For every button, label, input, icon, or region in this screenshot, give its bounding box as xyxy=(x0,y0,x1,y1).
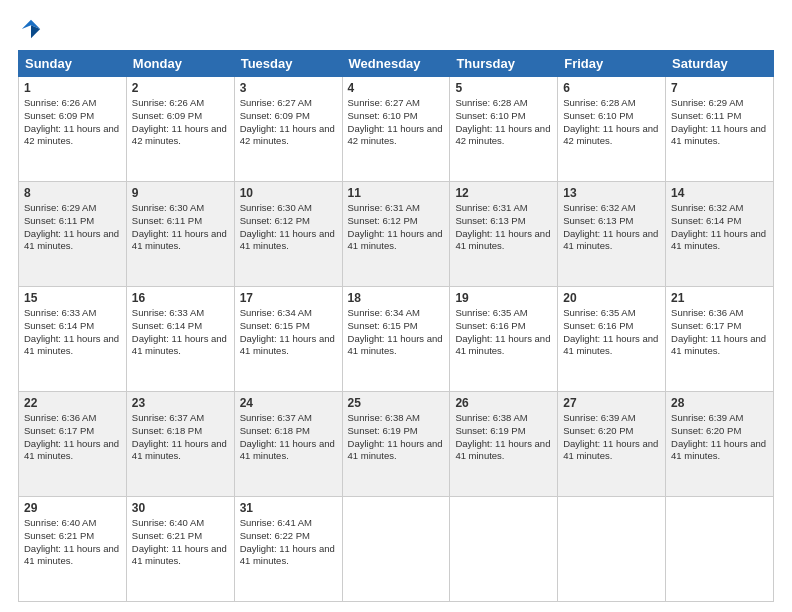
daylight-label: Daylight: 11 hours and 42 minutes. xyxy=(563,123,658,147)
calendar-header-sunday: Sunday xyxy=(19,51,127,77)
sunrise-label: Sunrise: 6:41 AM xyxy=(240,517,312,528)
day-number: 2 xyxy=(132,81,229,95)
daylight-label: Daylight: 11 hours and 41 minutes. xyxy=(671,438,766,462)
cell-content: Sunrise: 6:39 AMSunset: 6:20 PMDaylight:… xyxy=(671,412,768,463)
day-number: 3 xyxy=(240,81,337,95)
sunset-label: Sunset: 6:10 PM xyxy=(455,110,525,121)
day-number: 31 xyxy=(240,501,337,515)
cell-content: Sunrise: 6:37 AMSunset: 6:18 PMDaylight:… xyxy=(132,412,229,463)
daylight-label: Daylight: 11 hours and 42 minutes. xyxy=(348,123,443,147)
cell-content: Sunrise: 6:39 AMSunset: 6:20 PMDaylight:… xyxy=(563,412,660,463)
daylight-label: Daylight: 11 hours and 41 minutes. xyxy=(348,333,443,357)
daylight-label: Daylight: 11 hours and 42 minutes. xyxy=(132,123,227,147)
sunset-label: Sunset: 6:14 PM xyxy=(671,215,741,226)
sunrise-label: Sunrise: 6:37 AM xyxy=(132,412,204,423)
daylight-label: Daylight: 11 hours and 41 minutes. xyxy=(348,438,443,462)
cell-content: Sunrise: 6:27 AMSunset: 6:09 PMDaylight:… xyxy=(240,97,337,148)
daylight-label: Daylight: 11 hours and 41 minutes. xyxy=(24,333,119,357)
sunset-label: Sunset: 6:09 PM xyxy=(24,110,94,121)
sunset-label: Sunset: 6:09 PM xyxy=(132,110,202,121)
sunrise-label: Sunrise: 6:28 AM xyxy=(563,97,635,108)
calendar-cell: 7Sunrise: 6:29 AMSunset: 6:11 PMDaylight… xyxy=(666,77,774,182)
daylight-label: Daylight: 11 hours and 42 minutes. xyxy=(24,123,119,147)
day-number: 23 xyxy=(132,396,229,410)
daylight-label: Daylight: 11 hours and 41 minutes. xyxy=(132,333,227,357)
calendar-cell: 15Sunrise: 6:33 AMSunset: 6:14 PMDayligh… xyxy=(19,287,127,392)
sunrise-label: Sunrise: 6:33 AM xyxy=(132,307,204,318)
day-number: 13 xyxy=(563,186,660,200)
calendar-cell: 4Sunrise: 6:27 AMSunset: 6:10 PMDaylight… xyxy=(342,77,450,182)
cell-content: Sunrise: 6:29 AMSunset: 6:11 PMDaylight:… xyxy=(671,97,768,148)
sunset-label: Sunset: 6:15 PM xyxy=(348,320,418,331)
sunset-label: Sunset: 6:14 PM xyxy=(132,320,202,331)
cell-content: Sunrise: 6:34 AMSunset: 6:15 PMDaylight:… xyxy=(240,307,337,358)
cell-content: Sunrise: 6:37 AMSunset: 6:18 PMDaylight:… xyxy=(240,412,337,463)
sunrise-label: Sunrise: 6:27 AM xyxy=(348,97,420,108)
sunrise-label: Sunrise: 6:40 AM xyxy=(132,517,204,528)
calendar-week-row: 29Sunrise: 6:40 AMSunset: 6:21 PMDayligh… xyxy=(19,497,774,602)
sunset-label: Sunset: 6:15 PM xyxy=(240,320,310,331)
sunrise-label: Sunrise: 6:31 AM xyxy=(455,202,527,213)
day-number: 11 xyxy=(348,186,445,200)
daylight-label: Daylight: 11 hours and 41 minutes. xyxy=(240,438,335,462)
daylight-label: Daylight: 11 hours and 41 minutes. xyxy=(563,228,658,252)
calendar-cell: 18Sunrise: 6:34 AMSunset: 6:15 PMDayligh… xyxy=(342,287,450,392)
calendar-cell: 2Sunrise: 6:26 AMSunset: 6:09 PMDaylight… xyxy=(126,77,234,182)
daylight-label: Daylight: 11 hours and 41 minutes. xyxy=(563,333,658,357)
cell-content: Sunrise: 6:30 AMSunset: 6:11 PMDaylight:… xyxy=(132,202,229,253)
sunset-label: Sunset: 6:18 PM xyxy=(132,425,202,436)
calendar-cell: 16Sunrise: 6:33 AMSunset: 6:14 PMDayligh… xyxy=(126,287,234,392)
daylight-label: Daylight: 11 hours and 41 minutes. xyxy=(24,543,119,567)
cell-content: Sunrise: 6:26 AMSunset: 6:09 PMDaylight:… xyxy=(24,97,121,148)
day-number: 29 xyxy=(24,501,121,515)
day-number: 28 xyxy=(671,396,768,410)
sunset-label: Sunset: 6:13 PM xyxy=(563,215,633,226)
day-number: 26 xyxy=(455,396,552,410)
calendar-header-friday: Friday xyxy=(558,51,666,77)
calendar-header-saturday: Saturday xyxy=(666,51,774,77)
sunrise-label: Sunrise: 6:26 AM xyxy=(132,97,204,108)
cell-content: Sunrise: 6:40 AMSunset: 6:21 PMDaylight:… xyxy=(132,517,229,568)
sunrise-label: Sunrise: 6:32 AM xyxy=(671,202,743,213)
calendar-week-row: 22Sunrise: 6:36 AMSunset: 6:17 PMDayligh… xyxy=(19,392,774,497)
cell-content: Sunrise: 6:38 AMSunset: 6:19 PMDaylight:… xyxy=(455,412,552,463)
day-number: 12 xyxy=(455,186,552,200)
calendar-week-row: 15Sunrise: 6:33 AMSunset: 6:14 PMDayligh… xyxy=(19,287,774,392)
day-number: 17 xyxy=(240,291,337,305)
day-number: 16 xyxy=(132,291,229,305)
day-number: 21 xyxy=(671,291,768,305)
calendar-cell xyxy=(450,497,558,602)
daylight-label: Daylight: 11 hours and 41 minutes. xyxy=(671,228,766,252)
daylight-label: Daylight: 11 hours and 41 minutes. xyxy=(240,543,335,567)
sunset-label: Sunset: 6:11 PM xyxy=(24,215,94,226)
header xyxy=(18,18,774,40)
calendar-header-row: SundayMondayTuesdayWednesdayThursdayFrid… xyxy=(19,51,774,77)
sunrise-label: Sunrise: 6:34 AM xyxy=(348,307,420,318)
cell-content: Sunrise: 6:41 AMSunset: 6:22 PMDaylight:… xyxy=(240,517,337,568)
cell-content: Sunrise: 6:32 AMSunset: 6:14 PMDaylight:… xyxy=(671,202,768,253)
sunset-label: Sunset: 6:21 PM xyxy=(24,530,94,541)
cell-content: Sunrise: 6:35 AMSunset: 6:16 PMDaylight:… xyxy=(455,307,552,358)
calendar-header-wednesday: Wednesday xyxy=(342,51,450,77)
day-number: 14 xyxy=(671,186,768,200)
calendar-cell: 29Sunrise: 6:40 AMSunset: 6:21 PMDayligh… xyxy=(19,497,127,602)
calendar-body: 1Sunrise: 6:26 AMSunset: 6:09 PMDaylight… xyxy=(19,77,774,602)
day-number: 27 xyxy=(563,396,660,410)
cell-content: Sunrise: 6:30 AMSunset: 6:12 PMDaylight:… xyxy=(240,202,337,253)
calendar-cell: 13Sunrise: 6:32 AMSunset: 6:13 PMDayligh… xyxy=(558,182,666,287)
sunset-label: Sunset: 6:19 PM xyxy=(455,425,525,436)
calendar-cell: 27Sunrise: 6:39 AMSunset: 6:20 PMDayligh… xyxy=(558,392,666,497)
cell-content: Sunrise: 6:31 AMSunset: 6:13 PMDaylight:… xyxy=(455,202,552,253)
daylight-label: Daylight: 11 hours and 41 minutes. xyxy=(348,228,443,252)
calendar-cell: 25Sunrise: 6:38 AMSunset: 6:19 PMDayligh… xyxy=(342,392,450,497)
calendar-header-thursday: Thursday xyxy=(450,51,558,77)
cell-content: Sunrise: 6:31 AMSunset: 6:12 PMDaylight:… xyxy=(348,202,445,253)
sunset-label: Sunset: 6:14 PM xyxy=(24,320,94,331)
sunset-label: Sunset: 6:20 PM xyxy=(563,425,633,436)
sunrise-label: Sunrise: 6:36 AM xyxy=(24,412,96,423)
sunrise-label: Sunrise: 6:38 AM xyxy=(348,412,420,423)
daylight-label: Daylight: 11 hours and 42 minutes. xyxy=(455,123,550,147)
sunrise-label: Sunrise: 6:31 AM xyxy=(348,202,420,213)
logo xyxy=(18,18,42,40)
sunset-label: Sunset: 6:13 PM xyxy=(455,215,525,226)
